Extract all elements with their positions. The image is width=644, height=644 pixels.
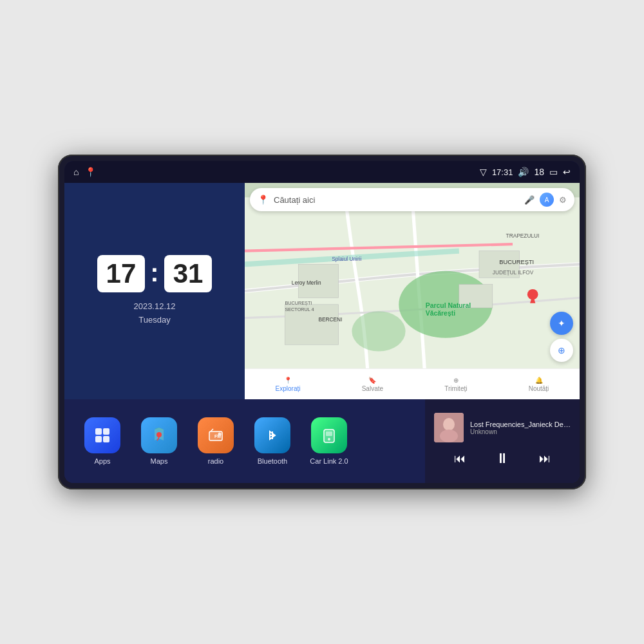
svg-point-33 <box>328 438 330 440</box>
svg-text:BUCUREȘTI: BUCUREȘTI <box>499 259 534 265</box>
home-icon[interactable]: ⌂ <box>73 167 79 177</box>
music-next-button[interactable]: ⏭ <box>534 450 556 468</box>
svg-point-24 <box>156 432 162 437</box>
maps-status-icon[interactable]: 📍 <box>85 167 96 177</box>
status-bar: ⌂ 📍 ▽ 17:31 🔊 18 ▭ ↩ <box>64 161 580 183</box>
svg-point-35 <box>443 418 455 431</box>
apps-row: Apps Maps <box>64 399 425 483</box>
bottom-section: Apps Maps <box>64 399 580 483</box>
music-title: Lost Frequencies_Janieck Devy-... <box>470 421 571 428</box>
app-item-maps[interactable]: Maps <box>134 417 184 465</box>
app-item-bluetooth[interactable]: Bluetooth <box>247 417 298 465</box>
music-top: Lost Frequencies_Janieck Devy-... Unknow… <box>434 413 571 442</box>
bluetooth-icon-wrap <box>254 417 290 453</box>
svg-rect-21 <box>103 428 109 435</box>
explore-icon: 📍 <box>284 377 292 384</box>
map-svg: Parcul Natural Văcărești BUCUREȘTI JUDEȚ… <box>245 183 580 399</box>
svg-text:BERCENI: BERCENI <box>318 316 342 323</box>
map-nav-explore[interactable]: 📍 Explorați <box>276 377 301 392</box>
map-nav-news[interactable]: 🔔 Noutăți <box>529 377 549 392</box>
svg-text:BUCUREȘTI: BUCUREȘTI <box>285 300 312 306</box>
svg-point-28 <box>218 433 222 436</box>
svg-text:Văcărești: Văcărești <box>426 310 455 317</box>
bluetooth-label: Bluetooth <box>258 457 287 465</box>
status-time: 17:31 <box>492 167 513 177</box>
music-prev-button[interactable]: ⏮ <box>449 450 471 468</box>
svg-point-2 <box>352 311 405 351</box>
clock-date: 2023.12.12 Tuesday <box>133 300 175 327</box>
music-controls: ⏮ ⏸ ⏭ <box>434 448 571 469</box>
svg-text:Parcul Natural: Parcul Natural <box>426 302 471 309</box>
radio-icon: FM <box>198 417 234 453</box>
music-thumbnail <box>434 413 464 442</box>
clock-colon: : <box>150 258 158 287</box>
signal-icon: ▽ <box>480 167 487 177</box>
svg-rect-22 <box>95 436 102 442</box>
map-search-bar[interactable]: 📍 Căutați aici 🎤 A ⚙ <box>250 188 574 211</box>
map-location-button[interactable]: ✦ <box>550 312 573 335</box>
maps-label: Maps <box>151 457 168 465</box>
svg-rect-23 <box>103 436 109 442</box>
svg-text:Splaiul Unirii: Splaiul Unirii <box>332 256 361 262</box>
top-section: 17 : 31 2023.12.12 Tuesday <box>64 183 580 399</box>
map-settings-icon[interactable]: ⚙ <box>559 195 567 205</box>
map-pin-icon: 📍 <box>258 194 269 205</box>
radio-label: radio <box>208 457 223 465</box>
music-play-button[interactable]: ⏸ <box>490 448 515 469</box>
music-artist: Unknown <box>470 428 571 435</box>
svg-text:Leroy Merlin: Leroy Merlin <box>292 279 321 286</box>
map-voice-icon[interactable]: 🎤 <box>524 195 535 205</box>
volume-icon[interactable]: 🔊 <box>518 167 529 177</box>
svg-text:JUDEȚUL ILFOV: JUDEȚUL ILFOV <box>493 269 534 276</box>
map-avatar[interactable]: A <box>540 193 554 207</box>
svg-rect-32 <box>326 431 332 436</box>
app-item-apps[interactable]: Apps <box>77 417 128 465</box>
svg-point-36 <box>440 430 458 442</box>
map-bottom-bar: 📍 Explorați 🔖 Salvate ⊕ Trimiteți 🔔 <box>245 368 580 399</box>
music-info: Lost Frequencies_Janieck Devy-... Unknow… <box>470 421 571 435</box>
svg-text:TRAPEZULUI: TRAPEZULUI <box>506 232 540 239</box>
maps-icon <box>141 417 177 453</box>
clock-panel: 17 : 31 2023.12.12 Tuesday <box>64 183 245 399</box>
map-nav-send[interactable]: ⊕ Trimiteți <box>444 377 467 392</box>
apps-label: Apps <box>94 457 110 465</box>
app-item-radio[interactable]: FM radio <box>191 417 241 465</box>
battery-icon: ▭ <box>549 167 558 177</box>
map-panel[interactable]: Parcul Natural Văcărești BUCUREȘTI JUDEȚ… <box>245 183 580 399</box>
carlink-label: Car Link 2.0 <box>310 457 348 465</box>
svg-text:SECTORUL 4: SECTORUL 4 <box>285 307 314 312</box>
news-icon: 🔔 <box>535 377 543 384</box>
music-player: Lost Frequencies_Janieck Devy-... Unknow… <box>425 399 580 483</box>
saved-icon: 🔖 <box>368 377 376 384</box>
clock-display: 17 : 31 <box>97 255 213 292</box>
svg-rect-20 <box>95 428 102 435</box>
carlink-icon <box>311 417 347 453</box>
apps-icon <box>84 417 120 453</box>
map-search-text[interactable]: Căutați aici <box>274 195 519 205</box>
car-headunit: ⌂ 📍 ▽ 17:31 🔊 18 ▭ ↩ 17 : <box>58 155 586 489</box>
clock-hours: 17 <box>97 255 146 292</box>
send-icon: ⊕ <box>453 377 459 384</box>
map-nav-saved[interactable]: 🔖 Salvate <box>362 377 383 392</box>
status-right: ▽ 17:31 🔊 18 ▭ ↩ <box>480 167 571 177</box>
status-left: ⌂ 📍 <box>73 167 96 177</box>
screen: ⌂ 📍 ▽ 17:31 🔊 18 ▭ ↩ 17 : <box>64 161 580 483</box>
back-icon[interactable]: ↩ <box>563 167 571 177</box>
app-item-carlink[interactable]: Car Link 2.0 <box>304 417 354 465</box>
battery-level: 18 <box>534 167 544 177</box>
main-area: 17 : 31 2023.12.12 Tuesday <box>64 183 580 483</box>
map-compass-button[interactable]: ⊕ <box>550 339 573 362</box>
clock-minutes: 31 <box>164 255 213 292</box>
